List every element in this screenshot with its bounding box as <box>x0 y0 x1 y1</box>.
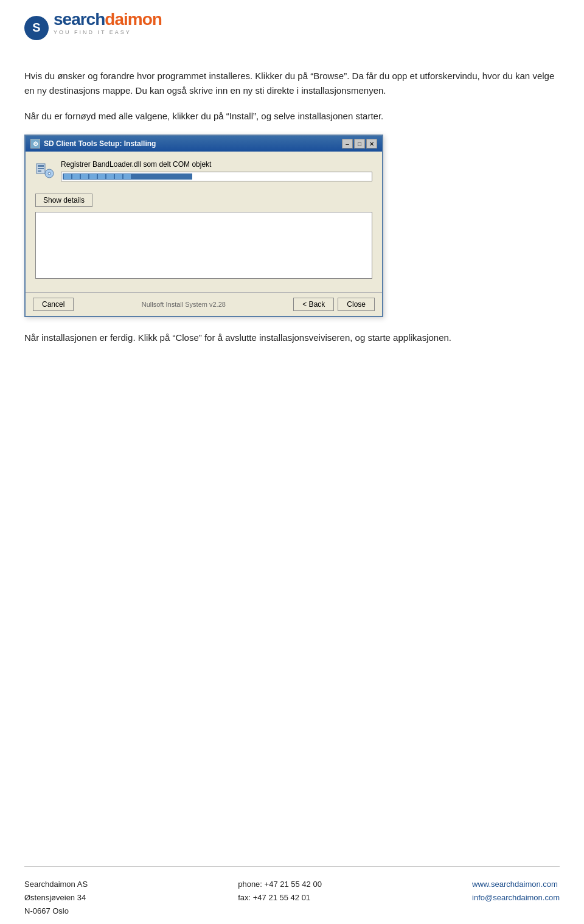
install-dialog-wrapper: ⚙ SD Client Tools Setup: Installing – □ … <box>24 135 560 317</box>
dialog-install-info: Registrer BandLoader.dll som delt COM ob… <box>61 160 372 181</box>
dialog-footer: Cancel Nullsoft Install System v2.28 < B… <box>26 292 382 316</box>
header: S searchdaimon YOU FIND IT EASY <box>24 0 560 51</box>
dialog-footer-center: Nullsoft Install System v2.28 <box>142 301 226 308</box>
footer-address: Østensjøveien 34 <box>24 891 88 905</box>
svg-rect-3 <box>38 170 41 172</box>
logo-image: searchdaimon YOU FIND IT EASY <box>54 11 187 44</box>
page-footer: Searchdaimon AS Østensjøveien 34 N-0667 … <box>24 866 560 924</box>
logo-search-text: search <box>54 11 105 28</box>
dialog-title: ⚙ SD Client Tools Setup: Installing <box>30 139 156 149</box>
logo-daimon-text: daimon <box>105 11 162 28</box>
dialog-controls: – □ ✕ <box>342 139 377 149</box>
dialog-title-text: SD Client Tools Setup: Installing <box>44 139 156 148</box>
footer-fax: fax: +47 21 55 42 01 <box>238 891 322 905</box>
dialog-back-button[interactable]: < Back <box>293 298 334 311</box>
footer-col-company: Searchdaimon AS Østensjøveien 34 N-0667 … <box>24 878 88 918</box>
dialog-install-icon <box>35 161 55 181</box>
logo-tagline: YOU FIND IT EASY <box>54 29 131 35</box>
dialog-title-icon: ⚙ <box>30 139 40 149</box>
progress-chunk-6 <box>106 174 114 179</box>
progress-chunk-3 <box>81 174 88 179</box>
footer-col-web: www.searchdaimon.com info@searchdaimon.c… <box>472 878 560 905</box>
progress-chunk-2 <box>72 174 80 179</box>
progress-chunk-7 <box>115 174 122 179</box>
dialog-cancel-button[interactable]: Cancel <box>33 298 74 311</box>
disc-icon <box>35 161 55 181</box>
dialog-install-row: Registrer BandLoader.dll som delt COM ob… <box>35 160 372 181</box>
paragraph-2: Når du er fornøyd med alle valgene, klik… <box>24 109 560 124</box>
dialog-details-area <box>35 212 372 279</box>
dialog-title-icon-symbol: ⚙ <box>33 141 38 147</box>
dialog-titlebar: ⚙ SD Client Tools Setup: Installing – □ … <box>26 136 382 152</box>
footer-email-link[interactable]: info@searchdaimon.com <box>472 891 560 905</box>
dialog-body: Registrer BandLoader.dll som delt COM ob… <box>26 152 382 292</box>
progress-chunk-1 <box>64 174 71 179</box>
install-dialog: ⚙ SD Client Tools Setup: Installing – □ … <box>24 135 383 317</box>
footer-phone: phone: +47 21 55 42 00 <box>238 878 322 891</box>
dialog-close-footer-button[interactable]: Close <box>338 298 375 311</box>
dialog-footer-left: Cancel <box>33 298 74 311</box>
show-details-button[interactable]: Show details <box>35 194 92 207</box>
dialog-progress-bar-outer <box>61 172 372 181</box>
dialog-progress-bar-inner <box>63 173 192 180</box>
paragraph-3: Når installasjonen er ferdig. Klikk på “… <box>24 331 560 345</box>
progress-chunk-8 <box>123 174 131 179</box>
paragraph-1: Hvis du ønsker og forandre hvor programm… <box>24 69 560 98</box>
dialog-restore-btn[interactable]: □ <box>354 139 365 149</box>
svg-rect-2 <box>38 168 44 169</box>
dialog-install-label: Registrer BandLoader.dll som delt COM ob… <box>61 160 372 169</box>
svg-rect-1 <box>38 165 44 167</box>
footer-city: N-0667 Oslo <box>24 905 88 918</box>
logo-icon: S <box>24 16 49 40</box>
dialog-close-btn[interactable]: ✕ <box>366 139 377 149</box>
main-content: Hvis du ønsker og forandre hvor programm… <box>24 51 560 866</box>
progress-chunk-4 <box>89 174 97 179</box>
svg-point-5 <box>48 172 50 175</box>
footer-company-name: Searchdaimon AS <box>24 878 88 891</box>
logo-container: S searchdaimon YOU FIND IT EASY <box>24 11 560 44</box>
dialog-minimize-btn[interactable]: – <box>342 139 353 149</box>
footer-website-link[interactable]: www.searchdaimon.com <box>472 878 560 891</box>
progress-chunk-5 <box>98 174 105 179</box>
dialog-footer-right: < Back Close <box>293 298 375 311</box>
footer-col-contact: phone: +47 21 55 42 00 fax: +47 21 55 42… <box>238 878 322 905</box>
logo-icon-letter: S <box>32 21 40 35</box>
